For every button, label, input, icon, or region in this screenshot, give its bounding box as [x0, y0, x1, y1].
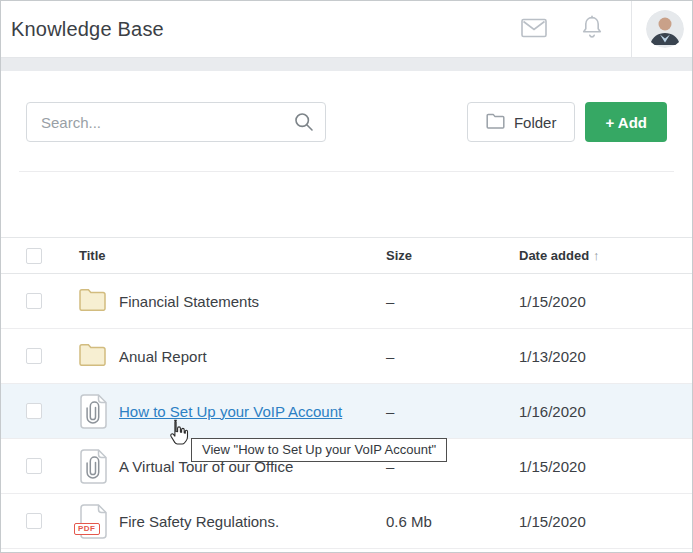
row-date: 1/15/2020 [519, 458, 669, 475]
row-size: 0.6 Mb [386, 513, 519, 530]
row-size: – [386, 348, 519, 365]
row-checkbox[interactable] [26, 458, 42, 474]
header-divider [631, 1, 632, 57]
mail-button[interactable] [515, 12, 553, 47]
avatar[interactable] [646, 10, 684, 48]
link-tooltip: View "How to Set Up your VoIP Account" [191, 438, 447, 462]
column-header-size[interactable]: Size [386, 248, 519, 263]
folder-icon [486, 113, 505, 132]
row-date: 1/15/2020 [519, 293, 669, 310]
toolbar-actions: Folder + Add [467, 102, 667, 142]
bell-icon [581, 15, 603, 43]
column-header-date-added[interactable]: Date added↑ [519, 248, 669, 263]
table-row[interactable]: Anual Report – 1/13/2020 [1, 329, 692, 384]
row-title: Fire Safety Regulations. [119, 513, 279, 530]
pdf-file-icon: PDF [79, 503, 108, 540]
add-button[interactable]: + Add [585, 102, 667, 142]
row-checkbox[interactable] [26, 293, 42, 309]
row-size: – [386, 293, 519, 310]
attachment-icon [79, 393, 108, 430]
page-background-strip [1, 58, 692, 71]
row-checkbox[interactable] [26, 513, 42, 529]
row-size: – [386, 403, 519, 420]
header-actions [515, 1, 692, 57]
column-header-title[interactable]: Title [79, 248, 386, 263]
row-title: Financial Statements [119, 293, 259, 310]
row-date: 1/15/2020 [519, 513, 669, 530]
table-row[interactable]: PDF Fire Safety Regulations. 0.6 Mb 1/15… [1, 494, 692, 549]
row-title-link[interactable]: How to Set Up your VoIP Account [119, 403, 342, 420]
folder-icon [79, 288, 106, 314]
notifications-button[interactable] [575, 9, 609, 49]
attachment-icon [79, 448, 108, 485]
row-date: 1/16/2020 [519, 403, 669, 420]
add-button-label: + Add [605, 114, 647, 131]
row-date: 1/13/2020 [519, 348, 669, 365]
pdf-badge: PDF [74, 523, 100, 535]
folder-button[interactable]: Folder [467, 102, 576, 142]
folder-button-label: Folder [514, 114, 557, 131]
search-box [26, 102, 326, 142]
section-divider [19, 171, 674, 172]
mail-icon [521, 18, 547, 41]
table-row[interactable]: How to Set Up your VoIP Account – 1/16/2… [1, 384, 692, 439]
folder-icon [79, 343, 106, 369]
row-title: Anual Report [119, 348, 207, 365]
table-row[interactable]: Financial Statements – 1/15/2020 [1, 274, 692, 329]
page-title: Knowledge Base [11, 18, 164, 41]
row-checkbox[interactable] [26, 348, 42, 364]
table-header-row: Title Size Date added↑ [1, 237, 692, 274]
sort-asc-icon: ↑ [593, 248, 600, 263]
app-header: Knowledge Base [1, 1, 692, 58]
row-checkbox[interactable] [26, 403, 42, 419]
select-all-checkbox[interactable] [26, 248, 42, 264]
search-input[interactable] [26, 102, 326, 142]
knowledge-base-window: Knowledge Base [0, 0, 693, 553]
files-table: Title Size Date added↑ Financial Stateme… [1, 237, 692, 549]
toolbar: Folder + Add [26, 102, 667, 142]
